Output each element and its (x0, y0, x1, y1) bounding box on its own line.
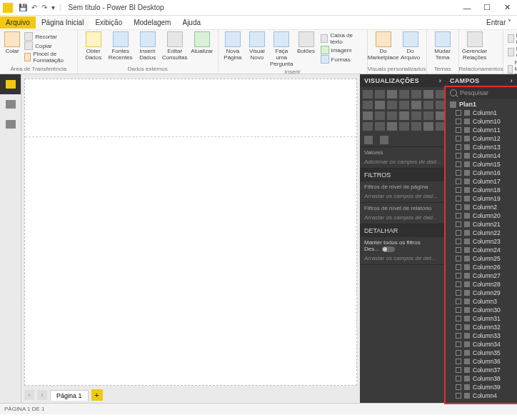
modeling-tab[interactable]: Modelagem (128, 16, 176, 29)
field-checkbox[interactable] (456, 264, 461, 270)
field-item[interactable]: Column35 (446, 349, 517, 357)
save-icon[interactable]: 💾 (19, 4, 27, 11)
new-visual-button[interactable]: Visual Novo (246, 31, 268, 61)
fields-search[interactable]: Pesquisar (446, 87, 517, 99)
field-item[interactable]: Column16 (446, 169, 517, 177)
home-tab[interactable]: Página Inicial (36, 16, 89, 29)
field-item[interactable]: Column13 (446, 143, 517, 151)
field-item[interactable]: Column25 (446, 254, 517, 263)
field-checkbox[interactable] (456, 359, 461, 364)
field-checkbox[interactable] (456, 196, 461, 201)
viz-type-icon[interactable] (399, 101, 409, 109)
drill-drop[interactable]: Arrastar os campos de det... (360, 254, 446, 265)
field-checkbox[interactable] (456, 204, 461, 210)
viz-type-icon[interactable] (375, 101, 385, 109)
field-item[interactable]: Column10 (446, 117, 517, 126)
viz-type-icon[interactable] (436, 90, 446, 99)
viz-type-icon[interactable] (423, 101, 433, 109)
field-item[interactable]: Column11 (446, 126, 517, 134)
field-checkbox[interactable] (456, 273, 461, 279)
new-measure-button[interactable]: Nova Medida (508, 32, 517, 45)
file-tab[interactable]: Arquivo (0, 16, 36, 29)
field-item[interactable]: Column18 (446, 186, 517, 194)
page-filter-drop[interactable]: Arrastar os campos de dad... (360, 192, 446, 203)
field-checkbox[interactable] (456, 384, 461, 390)
field-checkbox[interactable] (456, 307, 461, 313)
field-checkbox[interactable] (456, 170, 461, 176)
viz-type-icon[interactable] (436, 101, 446, 109)
viz-type-icon[interactable] (399, 122, 409, 131)
field-item[interactable]: Column19 (446, 194, 517, 203)
page-prev-button[interactable]: ‹ (24, 390, 34, 400)
viz-type-icon[interactable] (411, 90, 421, 99)
signin-link[interactable]: Entrar ˅ (486, 19, 517, 26)
field-item[interactable]: Column21 (446, 220, 517, 229)
viz-type-icon[interactable] (387, 111, 397, 120)
enter-data-button[interactable]: Inserir Dados (135, 31, 161, 61)
maximize-button[interactable]: ☐ (477, 0, 497, 16)
field-checkbox[interactable] (456, 161, 461, 167)
from-file-button[interactable]: Do Arquivo (398, 31, 423, 61)
new-page-button[interactable]: Nova Página (221, 31, 244, 61)
viz-type-icon[interactable] (411, 111, 421, 120)
field-checkbox[interactable] (456, 299, 461, 304)
table-node[interactable]: Plan1 (446, 99, 517, 109)
viz-type-icon[interactable] (363, 90, 373, 99)
undo-icon[interactable]: ↶ (31, 4, 37, 11)
viz-type-icon[interactable] (423, 111, 433, 120)
field-checkbox[interactable] (456, 350, 461, 356)
viz-type-icon[interactable] (411, 101, 421, 109)
field-checkbox[interactable] (456, 119, 461, 124)
field-item[interactable]: Column17 (446, 177, 517, 186)
field-checkbox[interactable] (456, 136, 461, 141)
field-checkbox[interactable] (456, 221, 461, 227)
keep-filters-toggle[interactable]: Des... (360, 246, 446, 254)
report-view-button[interactable] (0, 74, 21, 94)
field-item[interactable]: Column39 (446, 383, 517, 391)
textbox-button[interactable]: Caixa de texto (321, 32, 363, 45)
field-item[interactable]: Column14 (446, 151, 517, 160)
field-checkbox[interactable] (456, 367, 461, 373)
field-item[interactable]: Column28 (446, 280, 517, 289)
model-view-button[interactable] (0, 114, 21, 134)
field-item[interactable]: Column12 (446, 134, 517, 143)
viz-type-icon[interactable] (423, 90, 433, 99)
field-checkbox[interactable] (456, 247, 461, 253)
cut-button[interactable]: Recortar (24, 32, 73, 41)
add-page-button[interactable]: + (91, 389, 103, 401)
field-item[interactable]: Column26 (446, 263, 517, 271)
field-checkbox[interactable] (456, 213, 461, 219)
marketplace-button[interactable]: Do Marketplace (371, 31, 396, 61)
edit-queries-button[interactable]: Editar Consultas (162, 31, 188, 61)
viz-type-icon[interactable] (375, 111, 385, 120)
fields-header[interactable]: CAMPOS› (446, 74, 517, 87)
ask-question-button[interactable]: Faça uma Pergunta (270, 31, 293, 67)
close-button[interactable]: ✕ (497, 0, 517, 16)
field-checkbox[interactable] (456, 316, 461, 321)
field-checkbox[interactable] (456, 187, 461, 193)
values-hint[interactable]: Adicionar os campos de dad... (360, 158, 446, 169)
shapes-button[interactable]: Formas (321, 55, 363, 64)
field-checkbox[interactable] (456, 256, 461, 261)
field-checkbox[interactable] (456, 127, 461, 133)
redo-icon[interactable]: ↷ (41, 4, 47, 11)
field-checkbox[interactable] (456, 144, 461, 150)
field-checkbox[interactable] (456, 110, 461, 116)
minimize-button[interactable]: — (457, 0, 477, 16)
image-button[interactable]: Imagem (321, 46, 363, 54)
data-view-button[interactable] (0, 94, 21, 114)
switch-theme-button[interactable]: Mudar Tema (430, 31, 456, 61)
fields-well-icon[interactable] (364, 136, 373, 144)
field-item[interactable]: Column24 (446, 246, 517, 254)
paste-button[interactable]: Colar (3, 31, 21, 54)
field-checkbox[interactable] (456, 393, 461, 399)
field-item[interactable]: Column23 (446, 237, 517, 246)
field-item[interactable]: Column30 (446, 306, 517, 314)
refresh-button[interactable]: Atualizar (189, 31, 215, 54)
format-painter-button[interactable]: Pincel de Formatação (24, 51, 73, 64)
viz-type-icon[interactable] (387, 90, 397, 99)
field-item[interactable]: Column20 (446, 211, 517, 220)
viz-type-icon[interactable] (375, 90, 385, 99)
page-tab-1[interactable]: Página 1 (50, 390, 89, 401)
copy-button[interactable]: Copiar (24, 41, 73, 50)
